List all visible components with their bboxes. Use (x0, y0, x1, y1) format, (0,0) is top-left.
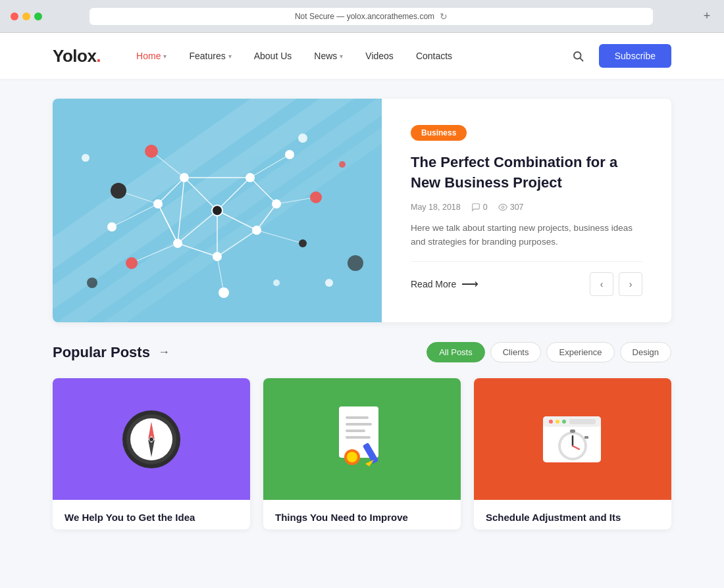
svg-point-42 (111, 183, 126, 199)
stopwatch-icon (536, 403, 609, 476)
nav-item-about[interactable]: About Us (245, 45, 301, 66)
address-bar[interactable]: Not Secure — yolox.ancorathemes.com ↻ (90, 8, 653, 25)
filter-tab-clients[interactable]: Clients (490, 342, 542, 362)
filter-tabs: All Posts Clients Experience Design (427, 342, 671, 362)
nav-label-home: Home (136, 51, 161, 61)
post-card-image-3 (474, 378, 671, 500)
svg-point-45 (339, 161, 346, 168)
svg-point-30 (246, 173, 255, 182)
new-tab-button[interactable]: + (700, 10, 713, 23)
close-button-traffic[interactable] (11, 12, 18, 20)
svg-rect-77 (570, 429, 575, 433)
nav-item-news[interactable]: News ▾ (305, 45, 352, 66)
nav-label-videos: Videos (365, 51, 394, 61)
refresh-icon[interactable]: ↻ (440, 11, 448, 22)
prev-slide-button[interactable]: ‹ (590, 272, 613, 296)
filter-tab-experience[interactable]: Experience (546, 342, 614, 362)
subscribe-button[interactable]: Subscribe (599, 44, 671, 68)
svg-line-24 (217, 257, 224, 293)
chevron-down-icon: ▾ (340, 53, 343, 60)
post-card-title-3: Schedule Adjustment and Its (474, 500, 671, 529)
svg-marker-66 (365, 460, 374, 466)
svg-point-38 (310, 191, 322, 203)
next-slide-button[interactable]: › (619, 272, 642, 296)
compass-icon (115, 403, 188, 476)
nav-item-home[interactable]: Home ▾ (127, 45, 176, 66)
svg-rect-59 (346, 416, 369, 419)
svg-point-39 (299, 239, 307, 247)
filter-tab-all[interactable]: All Posts (427, 342, 485, 362)
svg-line-1 (580, 58, 582, 61)
post-card-image-1 (53, 378, 250, 500)
nav-right: Subscribe (567, 44, 671, 68)
search-icon[interactable] (567, 45, 588, 66)
views-icon (498, 203, 507, 212)
svg-point-37 (285, 150, 294, 159)
svg-rect-60 (346, 423, 372, 426)
arrow-right-icon: ⟶ (461, 277, 478, 291)
svg-point-43 (107, 222, 116, 232)
svg-point-32 (173, 239, 182, 248)
svg-point-28 (212, 205, 222, 216)
hero-description: Here we talk about starting new projects… (411, 221, 642, 249)
read-more-link[interactable]: Read More ⟶ (411, 277, 478, 291)
nav-label-contacts: Contacts (416, 51, 452, 61)
category-badge[interactable]: Business (411, 125, 467, 141)
nav-label-news: News (314, 51, 337, 61)
svg-point-41 (126, 257, 138, 269)
section-title-text: Popular Posts (53, 344, 150, 361)
svg-line-23 (257, 230, 303, 243)
hero-content: Business The Perfect Combination for a N… (382, 99, 671, 322)
hero-footer: Read More ⟶ ‹ › (411, 261, 642, 296)
svg-rect-62 (346, 436, 371, 439)
post-card-title-2: Things You Need to Improve (263, 500, 461, 529)
svg-point-64 (347, 452, 357, 462)
post-card-1[interactable]: We Help You to Get the Idea (53, 378, 250, 529)
svg-point-36 (145, 145, 158, 158)
section-header: Popular Posts → All Posts Clients Experi… (53, 342, 671, 362)
post-card-title-1: We Help You to Get the Idea (53, 500, 250, 529)
nav-item-videos[interactable]: Videos (356, 45, 403, 66)
chevron-down-icon: ▾ (163, 53, 167, 60)
section-arrow-icon: → (158, 345, 170, 359)
svg-point-51 (502, 206, 504, 208)
comment-count: 0 (483, 203, 488, 212)
nav-label-features: Features (189, 51, 225, 61)
filter-tab-design[interactable]: Design (620, 342, 671, 362)
svg-point-50 (273, 280, 280, 286)
svg-point-71 (562, 420, 566, 424)
svg-point-44 (298, 134, 307, 143)
popular-posts-section: Popular Posts → All Posts Clients Experi… (53, 342, 671, 529)
svg-point-49 (87, 278, 97, 288)
hero-date: May 18, 2018 (411, 203, 461, 212)
comment-icon (471, 203, 480, 212)
svg-point-48 (82, 154, 90, 162)
svg-point-35 (272, 199, 281, 208)
svg-point-33 (213, 252, 222, 261)
nav-item-features[interactable]: Features ▾ (180, 45, 240, 66)
maximize-button-traffic[interactable] (34, 12, 42, 20)
svg-point-70 (556, 420, 559, 424)
svg-point-57 (149, 437, 153, 441)
address-text: Not Secure — yolox.ancorathemes.com (295, 12, 434, 21)
hero-image (53, 99, 382, 322)
svg-point-69 (549, 420, 553, 424)
minimize-button-traffic[interactable] (22, 12, 30, 20)
svg-point-47 (325, 279, 333, 287)
svg-point-40 (219, 287, 229, 298)
section-title: Popular Posts → (53, 344, 170, 361)
svg-rect-78 (584, 436, 588, 439)
hero-views: 307 (498, 203, 524, 212)
post-card-image-2 (263, 378, 461, 500)
browser-chrome: Not Secure — yolox.ancorathemes.com ↻ + (0, 0, 724, 33)
post-card-2[interactable]: Things You Need to Improve (263, 378, 461, 529)
post-card-3[interactable]: Schedule Adjustment and Its (474, 378, 671, 529)
logo-dot: . (96, 46, 101, 66)
svg-point-34 (153, 199, 163, 208)
svg-point-31 (252, 226, 261, 235)
hero-nav-arrows: ‹ › (590, 272, 642, 296)
logo[interactable]: Yolox. (53, 46, 101, 66)
chevron-down-icon: ▾ (228, 53, 232, 60)
svg-rect-61 (346, 429, 365, 432)
nav-item-contacts[interactable]: Contacts (407, 45, 461, 66)
